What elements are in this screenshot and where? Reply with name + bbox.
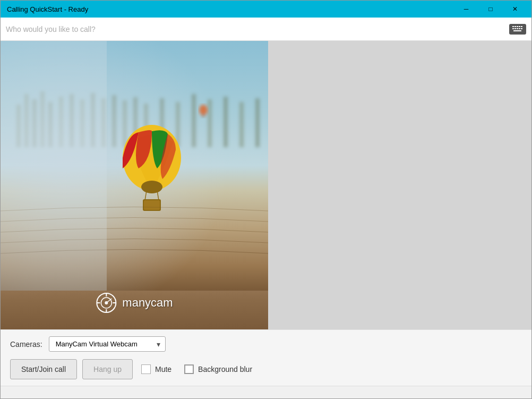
background-blur-label: Background blur (198, 365, 252, 373)
mute-label: Mute (155, 365, 171, 373)
svg-rect-41 (144, 200, 160, 210)
svg-rect-7 (517, 28, 518, 29)
title-bar: Calling QuickStart - Ready ─ □ ✕ (1, 1, 531, 18)
search-input[interactable] (6, 20, 526, 39)
video-canvas: manycam (1, 41, 268, 329)
search-bar (1, 18, 531, 41)
svg-point-37 (141, 181, 162, 193)
close-button[interactable]: ✕ (503, 1, 527, 18)
svg-rect-5 (512, 28, 514, 29)
manycam-icon (96, 292, 117, 313)
svg-rect-9 (521, 28, 522, 29)
minimize-button[interactable]: ─ (454, 1, 478, 18)
svg-rect-10 (513, 30, 521, 31)
buttons-row: Start/Join call Hang up Mute Background … (10, 359, 522, 379)
start-join-button[interactable]: Start/Join call (10, 359, 77, 379)
svg-rect-1 (514, 26, 516, 27)
video-area: manycam (1, 41, 268, 329)
right-panel (268, 41, 531, 329)
bottom-controls: Cameras: ManyCam Virtual Webcam Start/Jo… (1, 329, 531, 386)
mute-container: Mute (141, 364, 171, 374)
svg-rect-3 (519, 26, 520, 27)
camera-row: Cameras: ManyCam Virtual Webcam (10, 336, 522, 352)
background-blur-container: Background blur (184, 364, 252, 374)
manycam-logo: manycam (96, 292, 173, 313)
camera-label: Cameras: (10, 340, 42, 349)
svg-rect-0 (512, 26, 514, 27)
title-bar-controls: ─ □ ✕ (454, 1, 527, 18)
status-bar (1, 386, 531, 398)
svg-rect-6 (514, 28, 516, 29)
maximize-button[interactable]: □ (478, 1, 503, 18)
manycam-text: manycam (122, 296, 173, 310)
svg-rect-35 (202, 115, 205, 117)
app-window: Calling QuickStart - Ready ─ □ ✕ (0, 0, 532, 399)
camera-select-wrapper: ManyCam Virtual Webcam (49, 336, 166, 352)
hang-up-button[interactable]: Hang up (82, 359, 133, 379)
keyboard-icon (509, 24, 526, 35)
svg-rect-2 (517, 26, 518, 27)
background-blur-checkbox[interactable] (184, 364, 194, 374)
mute-checkbox[interactable] (141, 364, 151, 374)
title-bar-text: Calling QuickStart - Ready (7, 5, 88, 13)
main-content: manycam (1, 41, 531, 329)
camera-select[interactable]: ManyCam Virtual Webcam (49, 336, 166, 352)
svg-rect-42 (1, 41, 107, 291)
svg-point-34 (199, 105, 208, 115)
svg-rect-8 (519, 28, 520, 29)
svg-rect-4 (521, 26, 522, 27)
